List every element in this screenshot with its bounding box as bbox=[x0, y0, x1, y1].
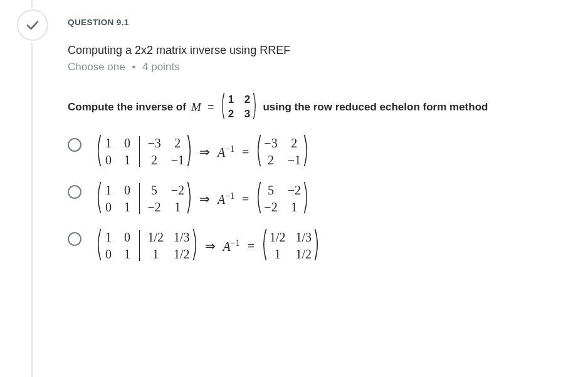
question-number-label: QUESTION 9.1 bbox=[68, 18, 563, 27]
prompt-variable: M bbox=[191, 100, 201, 114]
matrix-cell: 5 bbox=[147, 184, 160, 196]
implies-arrow: ⇒ bbox=[198, 146, 211, 158]
question-title: Computing a 2x2 matrix inverse using RRE… bbox=[68, 42, 563, 58]
status-correct-badge bbox=[17, 9, 48, 41]
matrix-cell: 1 bbox=[104, 231, 113, 243]
question-meta: Choose one • 4 points bbox=[68, 61, 563, 73]
matrix-cell: 1 bbox=[104, 184, 113, 196]
equals-sign: = bbox=[246, 240, 256, 252]
matrix-cell: 0 bbox=[104, 154, 113, 166]
matrix-cell: 1/2 bbox=[295, 248, 312, 260]
matrix-cell: 1/3 bbox=[295, 231, 312, 243]
matrix-cell: −2 bbox=[288, 184, 301, 196]
matrix-cell: 1/2 bbox=[270, 231, 286, 243]
matrix-cell: 0 bbox=[123, 137, 132, 149]
matrix-cell: 0 bbox=[123, 231, 132, 243]
options-list: 1001−322−1⇒A−1=−322−110015−2−21⇒A−1=5−2−… bbox=[68, 134, 563, 263]
matrix-cell: −3 bbox=[147, 137, 160, 149]
matrix-cell: 1 bbox=[123, 248, 132, 260]
matrix-cell: −3 bbox=[264, 137, 277, 149]
matrix-cell: −2 bbox=[171, 184, 184, 196]
matrix-cell: 1 bbox=[147, 248, 164, 260]
question-card: QUESTION 9.1 Computing a 2x2 matrix inve… bbox=[68, 18, 563, 263]
timeline-gutter bbox=[31, 0, 33, 377]
answer-option[interactable]: 10011/21/311/2⇒A−1=1/21/311/2 bbox=[68, 228, 563, 263]
matrix-cell: 1 bbox=[171, 201, 184, 213]
option-formula: 10015−2−21⇒A−1=5−2−21 bbox=[95, 181, 310, 216]
matrix-cell: 2 bbox=[288, 137, 301, 149]
implies-arrow: ⇒ bbox=[204, 240, 217, 252]
matrix-cell: 5 bbox=[264, 184, 277, 196]
radio-button[interactable] bbox=[68, 232, 81, 246]
matrix-cell: −2 bbox=[264, 201, 277, 213]
matrix-cell: 2 bbox=[226, 108, 235, 120]
prompt-matrix: 1223 bbox=[220, 92, 258, 122]
question-type: Choose one bbox=[68, 61, 125, 73]
matrix-cell: 2 bbox=[243, 93, 251, 106]
a-inverse-symbol: A−1 bbox=[216, 192, 236, 206]
matrix-cell: 1 bbox=[104, 137, 113, 149]
matrix-cell: 0 bbox=[123, 184, 132, 196]
matrix-cell: 1/2 bbox=[147, 231, 164, 243]
matrix-cell: 1/3 bbox=[174, 231, 190, 243]
answer-option[interactable]: 10015−2−21⇒A−1=5−2−21 bbox=[68, 181, 563, 216]
matrix-cell: 1/2 bbox=[174, 248, 190, 260]
augmented-matrix: 10011/21/311/2 bbox=[95, 228, 199, 263]
matrix-cell: −1 bbox=[288, 154, 301, 166]
radio-button[interactable] bbox=[68, 138, 81, 152]
prompt-tail: using the row reduced echelon form metho… bbox=[263, 101, 488, 114]
option-formula: 10011/21/311/2⇒A−1=1/21/311/2 bbox=[95, 228, 320, 263]
matrix-cell: −1 bbox=[171, 154, 184, 166]
augmented-matrix: 10015−2−21 bbox=[95, 181, 193, 216]
result-matrix: 1/21/311/2 bbox=[261, 228, 320, 263]
answer-option[interactable]: 1001−322−1⇒A−1=−322−1 bbox=[68, 134, 563, 169]
matrix-cell: 1 bbox=[288, 201, 301, 213]
equals-sign: = bbox=[241, 146, 250, 158]
check-icon bbox=[25, 18, 40, 33]
question-prompt: Compute the inverse of M = 1223 using th… bbox=[68, 92, 563, 122]
matrix-cell: 0 bbox=[104, 248, 113, 260]
prompt-lead: Compute the inverse of bbox=[68, 101, 186, 114]
implies-arrow: ⇒ bbox=[198, 193, 211, 205]
matrix-cell: 2 bbox=[264, 154, 277, 166]
a-inverse-symbol: A−1 bbox=[216, 145, 236, 159]
meta-separator: • bbox=[132, 61, 135, 73]
result-matrix: 5−2−21 bbox=[255, 181, 310, 216]
matrix-cell: 1 bbox=[123, 201, 132, 213]
option-formula: 1001−322−1⇒A−1=−322−1 bbox=[95, 134, 310, 169]
matrix-cell: 0 bbox=[104, 201, 113, 213]
a-inverse-symbol: A−1 bbox=[222, 239, 241, 253]
matrix-cell: 1 bbox=[123, 154, 132, 166]
matrix-cell: 1 bbox=[270, 248, 286, 260]
augmented-matrix: 1001−322−1 bbox=[95, 134, 193, 169]
prompt-equals: = bbox=[206, 100, 216, 114]
result-matrix: −322−1 bbox=[255, 134, 310, 169]
matrix-cell: 3 bbox=[243, 108, 251, 120]
matrix-cell: −2 bbox=[147, 201, 160, 213]
equals-sign: = bbox=[241, 193, 250, 205]
matrix-cell: 2 bbox=[171, 137, 184, 149]
radio-button[interactable] bbox=[68, 185, 81, 199]
question-points: 4 points bbox=[142, 61, 180, 73]
matrix-cell: 1 bbox=[226, 93, 235, 106]
matrix-cell: 2 bbox=[147, 154, 160, 166]
